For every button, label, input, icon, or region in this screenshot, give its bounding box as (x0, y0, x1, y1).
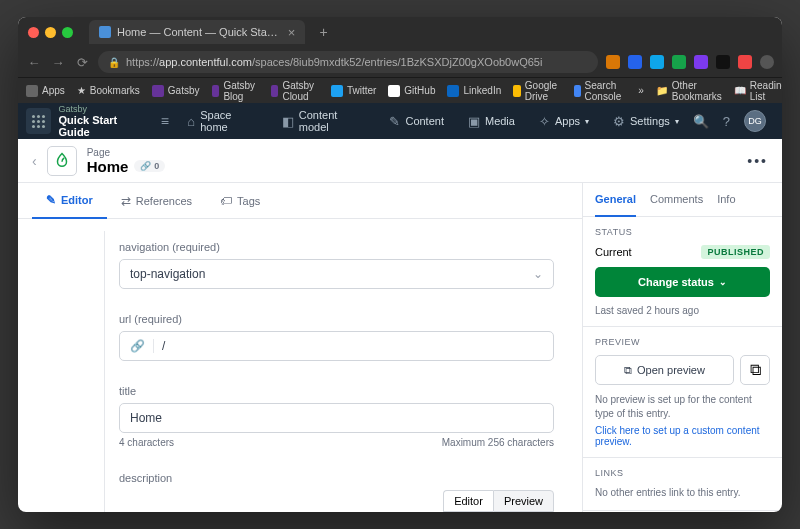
link-icon: 🔗 (130, 339, 154, 353)
url-bar: ← → ⟳ 🔒 https://app.contentful.com/space… (18, 47, 782, 77)
image-icon: ▣ (468, 114, 480, 129)
nav-content-model[interactable]: ◧Content model (272, 103, 376, 139)
bookmark-overflow-icon[interactable]: » (638, 85, 644, 96)
open-preview-button[interactable]: ⧉Open preview (595, 355, 734, 385)
bookmark-item[interactable]: Google Drive (513, 80, 561, 102)
bookmarks-bar: Apps ★ Bookmarks Gatsby Gatsby Blog Gats… (18, 77, 782, 103)
field-label: url (required) (119, 313, 554, 325)
back-icon[interactable]: ← (26, 55, 42, 70)
extension-icon[interactable] (628, 55, 642, 69)
main-panel: ✎Editor ⇄References 🏷Tags navigation (re… (18, 183, 582, 512)
content-type-label: Page (87, 147, 166, 158)
traffic-minimize[interactable] (45, 27, 56, 38)
reload-icon[interactable]: ⟳ (74, 55, 90, 70)
extension-icon[interactable] (672, 55, 686, 69)
bookmark-item[interactable]: Search Console (574, 80, 627, 102)
window-titlebar: Home — Content — Quick Sta… × + (18, 17, 782, 47)
forward-icon[interactable]: → (50, 55, 66, 70)
char-count: 4 characters (119, 437, 174, 448)
title-input[interactable]: Home (119, 403, 554, 433)
fields-container: navigation (required) top-navigation ⌄ u… (18, 219, 582, 512)
tab-title: Home — Content — Quick Sta… (117, 26, 278, 38)
close-tab-icon[interactable]: × (288, 25, 296, 40)
app-navbar: Gatsby Quick Start Guide ≡ ⌂Space home ◧… (18, 103, 782, 139)
sidebar: General Comments Info STATUS Current PUB… (582, 183, 782, 512)
pencil-icon: ✎ (46, 193, 56, 207)
hamburger-icon[interactable]: ≡ (156, 113, 173, 129)
link-icon: 🔗 (140, 161, 151, 171)
bookmark-item[interactable]: Apps (26, 85, 65, 97)
field-label: navigation (required) (119, 241, 554, 253)
bookmark-item[interactable]: LinkedIn (447, 85, 501, 97)
section-heading: PREVIEW (595, 337, 770, 347)
char-max: Maximum 256 characters (442, 437, 554, 448)
nav-apps[interactable]: ✧Apps ▾ (529, 103, 599, 139)
back-button-icon[interactable]: ‹ (32, 153, 37, 169)
extension-icon[interactable] (716, 55, 730, 69)
preview-setup-link[interactable]: Click here to set up a custom content pr… (595, 425, 770, 447)
bookmark-item[interactable]: 📁 Other Bookmarks (656, 80, 722, 102)
search-icon[interactable]: 🔍 (693, 114, 709, 129)
incoming-links-badge[interactable]: 🔗0 (134, 160, 165, 172)
links-section: LINKS No other entries link to this entr… (583, 458, 782, 511)
copy-preview-icon[interactable]: ⧉ (740, 355, 770, 385)
extension-icon[interactable] (738, 55, 752, 69)
status-section: STATUS Current PUBLISHED Change status⌄ … (583, 217, 782, 327)
url-input[interactable]: 🔒 https://app.contentful.com/spaces/8iub… (98, 51, 598, 73)
translation-section: TRANSLATION Multiple locales ⌄ (583, 511, 782, 512)
extension-row (606, 55, 774, 69)
navigation-select[interactable]: top-navigation ⌄ (119, 259, 554, 289)
bookmark-item[interactable]: GitHub (388, 85, 435, 97)
traffic-zoom[interactable] (62, 27, 73, 38)
tab-tags[interactable]: 🏷Tags (206, 183, 274, 218)
sidebar-tab-general[interactable]: General (595, 183, 636, 217)
traffic-close[interactable] (28, 27, 39, 38)
sidebar-tab-comments[interactable]: Comments (650, 183, 703, 216)
bookmark-item[interactable]: Gatsby (152, 85, 200, 97)
external-icon: ⧉ (624, 364, 632, 377)
preview-note: No preview is set up for the content typ… (595, 393, 770, 421)
pencil-icon: ✎ (389, 114, 400, 129)
browser-tab[interactable]: Home — Content — Quick Sta… × (89, 20, 305, 44)
help-icon[interactable]: ? (723, 114, 730, 129)
tab-favicon (99, 26, 111, 38)
space-name[interactable]: Gatsby Quick Start Guide (59, 104, 147, 138)
rte-tab-editor[interactable]: Editor (443, 490, 493, 512)
avatar[interactable]: DG (744, 110, 766, 132)
new-tab-icon[interactable]: + (319, 24, 327, 40)
rte-tab-preview[interactable]: Preview (493, 490, 554, 512)
nav-media[interactable]: ▣Media (458, 103, 525, 139)
gear-icon: ⚙ (613, 114, 625, 129)
preview-section: PREVIEW ⧉Open preview ⧉ No preview is se… (583, 327, 782, 458)
bookmark-item[interactable]: ★ Bookmarks (77, 85, 140, 96)
nav-content[interactable]: ✎Content (379, 103, 454, 139)
bookmark-item[interactable]: Gatsby Cloud (271, 80, 319, 102)
nav-settings[interactable]: ⚙Settings ▾ (603, 103, 689, 139)
sidebar-tabs: General Comments Info (583, 183, 782, 217)
extension-icon[interactable] (760, 55, 774, 69)
tab-references[interactable]: ⇄References (107, 183, 206, 218)
tab-editor[interactable]: ✎Editor (32, 183, 107, 219)
change-status-button[interactable]: Change status⌄ (595, 267, 770, 297)
bookmark-item[interactable]: Twitter (331, 85, 376, 97)
extension-icon[interactable] (606, 55, 620, 69)
field-label: description (119, 472, 554, 484)
last-saved: Last saved 2 hours ago (595, 305, 770, 316)
section-heading: LINKS (595, 468, 770, 478)
app-launcher-icon[interactable] (26, 108, 51, 134)
extension-icon[interactable] (694, 55, 708, 69)
references-icon: ⇄ (121, 194, 131, 208)
url-input[interactable]: 🔗 / (119, 331, 554, 361)
bookmark-item[interactable]: 📖 Reading List (734, 80, 782, 102)
bookmark-item[interactable]: Gatsby Blog (212, 80, 260, 102)
home-icon: ⌂ (187, 114, 195, 129)
status-label: Current (595, 246, 632, 258)
more-actions-icon[interactable]: ••• (747, 153, 768, 169)
extension-icon[interactable] (650, 55, 664, 69)
url-path: /spaces/8iub9mxdtk52/entries/1BzKSXDjZ00… (252, 56, 542, 68)
nav-space-home[interactable]: ⌂Space home (177, 103, 267, 139)
sidebar-tab-info[interactable]: Info (717, 183, 735, 216)
tag-icon: 🏷 (220, 194, 232, 208)
links-note: No other entries link to this entry. (595, 486, 770, 500)
field-url: url (required) 🔗 / (104, 303, 582, 375)
